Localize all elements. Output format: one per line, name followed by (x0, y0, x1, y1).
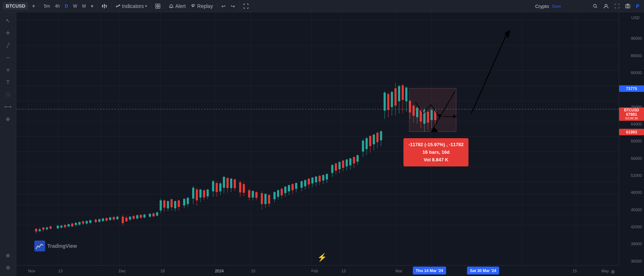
symbol-selector[interactable]: BTCUSD (3, 2, 28, 10)
svg-rect-47 (42, 228, 44, 230)
svg-rect-115 (174, 201, 176, 208)
cursor-tool[interactable]: ↖ (3, 15, 13, 26)
annotation-line3: Vol 8.847 K (409, 156, 463, 164)
svg-rect-71 (89, 220, 91, 223)
svg-rect-8 (156, 7, 157, 8)
magnet-tool[interactable]: ⊗ (3, 250, 13, 261)
divider-4 (151, 3, 151, 10)
timeframe-M[interactable]: M (81, 3, 88, 10)
add-symbol-button[interactable]: + (30, 2, 37, 10)
price-42000: 42000 (619, 225, 644, 229)
indicators-label: Indicators (122, 3, 144, 9)
time-may: May (601, 269, 609, 273)
drawing-toolbar: ↖ ✛ ╱ ─ ≡ T □ ⟷ ⊕ ⊗ ⚙ (0, 12, 16, 276)
timeframe-D[interactable]: D (63, 3, 70, 10)
indicators-button[interactable]: Indicators ▾ (114, 2, 149, 10)
svg-rect-217 (376, 133, 379, 142)
measure-tool[interactable]: ⟷ (3, 101, 13, 112)
bar-type-button[interactable] (100, 2, 109, 10)
tradingview-text: TradingView (47, 243, 77, 249)
svg-rect-171 (288, 185, 290, 191)
svg-rect-225 (391, 92, 393, 107)
time-axis-settings[interactable]: ⊕ (611, 269, 615, 275)
text-tool[interactable]: T (3, 77, 13, 88)
timeframe-4h[interactable]: 4h (53, 3, 61, 10)
svg-rect-83 (113, 217, 115, 220)
svg-point-13 (627, 5, 628, 7)
user-button[interactable] (602, 3, 610, 10)
timeframe-W[interactable]: W (71, 3, 79, 10)
price-88000: 88000 (619, 54, 644, 58)
flash-icon[interactable]: ⚡ (317, 253, 327, 262)
price-52000: 52000 (619, 173, 644, 178)
camera-button[interactable] (623, 3, 632, 10)
svg-rect-145 (234, 179, 236, 188)
svg-rect-135 (216, 183, 218, 192)
timeframe-more[interactable]: ▾ (89, 3, 95, 10)
maximize-button[interactable]: ⛶ (613, 2, 621, 10)
layout-button[interactable] (154, 3, 162, 10)
svg-rect-43 (35, 229, 37, 232)
fullscreen-button[interactable] (242, 3, 250, 10)
undo-button[interactable]: ↩ (220, 2, 228, 10)
svg-rect-93 (133, 216, 135, 219)
svg-rect-199 (342, 161, 344, 168)
svg-rect-169 (284, 187, 286, 193)
crypto-save-button[interactable]: Crypto Save (535, 0, 561, 12)
svg-rect-143 (230, 179, 232, 188)
date-badge-mar30[interactable]: Sat 30 Mar '24 (467, 267, 499, 275)
svg-rect-109 (163, 200, 165, 208)
zoom-tool[interactable]: ⊕ (3, 114, 13, 124)
svg-rect-139 (223, 177, 225, 188)
indicators-chevron: ▾ (145, 4, 147, 8)
svg-rect-187 (319, 176, 321, 182)
timeframe-5m[interactable]: 5m (42, 3, 52, 10)
btcusd-price: 67881 (621, 112, 642, 116)
svg-rect-53 (57, 226, 59, 228)
price-badge-61993: 61993 (619, 129, 644, 135)
svg-rect-117 (178, 200, 180, 207)
svg-rect-229 (398, 86, 400, 101)
svg-rect-57 (64, 225, 66, 227)
svg-point-10 (593, 4, 596, 7)
svg-rect-205 (353, 157, 355, 164)
time-dec: Dec (119, 269, 126, 273)
svg-rect-81 (109, 217, 111, 220)
shape-tool[interactable]: □ (3, 89, 13, 100)
candlestick-chart[interactable]: -11782 (-15.97%) , -11782 16 bars, 16d V… (16, 12, 619, 265)
horizontal-line-tool[interactable]: ─ (3, 52, 13, 63)
line-tool[interactable]: ╱ (3, 40, 13, 51)
svg-rect-159 (264, 194, 267, 204)
crosshair-tool[interactable]: ✛ (3, 27, 13, 38)
svg-rect-105 (156, 212, 158, 216)
price-96000: 96000 (619, 36, 644, 41)
replay-button[interactable]: Replay (189, 2, 215, 10)
svg-rect-129 (203, 190, 205, 198)
svg-rect-4 (104, 5, 105, 5)
price-badge-73775: 73775 (619, 85, 644, 92)
svg-rect-227 (394, 88, 397, 106)
alert-button[interactable]: Alert (167, 2, 187, 10)
search-button[interactable] (591, 3, 600, 10)
svg-rect-197 (338, 162, 341, 169)
svg-rect-165 (277, 190, 279, 197)
svg-rect-219 (380, 131, 382, 140)
svg-rect-231 (402, 85, 404, 100)
svg-rect-59 (68, 224, 70, 226)
settings-tool[interactable]: ⚙ (3, 262, 13, 273)
price-56000: 56000 (619, 156, 644, 161)
price-48000: 48000 (619, 190, 644, 195)
svg-rect-213 (369, 136, 371, 146)
svg-rect-211 (366, 138, 368, 149)
time-15-apr: 15 (572, 269, 577, 273)
redo-button[interactable]: ↪ (229, 2, 237, 10)
svg-rect-55 (60, 226, 62, 228)
time-feb: Feb (311, 269, 318, 273)
profile-button[interactable]: P (634, 2, 641, 10)
svg-rect-163 (273, 192, 276, 199)
svg-rect-233 (405, 88, 407, 101)
divider-2 (97, 3, 98, 10)
svg-rect-103 (152, 213, 155, 216)
date-badge-mar14[interactable]: Thu 14 Mar '24 (413, 267, 446, 275)
fib-tool[interactable]: ≡ (3, 64, 13, 75)
